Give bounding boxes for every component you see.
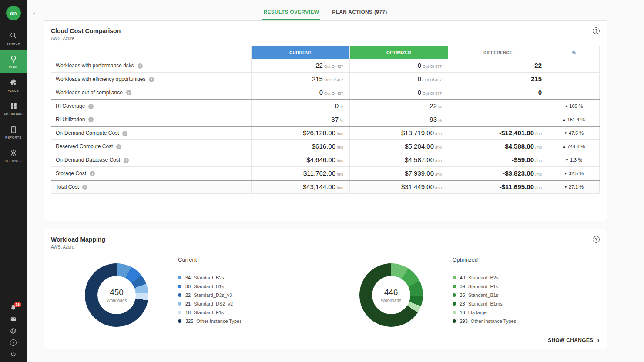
- info-icon[interactable]: i: [88, 104, 94, 109]
- cost-table-body: Workloads with performance risksi22Out O…: [51, 59, 600, 194]
- row-label-cell: Workloads with performance risksi: [51, 59, 252, 73]
- sidebar-item-place[interactable]: PLACE: [0, 73, 27, 97]
- donut-center-value: 450: [110, 288, 124, 297]
- legend-item: 16t3a.large: [453, 310, 517, 315]
- legend-count: 21: [185, 301, 191, 306]
- sidebar-item-dashboard[interactable]: DASHBOARD: [0, 97, 27, 120]
- card-header: Cloud Cost Comparison AWS, Azure ?: [44, 21, 607, 43]
- percent-cell: ▲744.8 %: [548, 140, 600, 153]
- trend-up-icon: ▲: [563, 145, 566, 149]
- current-unit: /mo: [337, 159, 343, 163]
- difference-value: 215: [531, 75, 542, 83]
- help-button[interactable]: ?: [10, 339, 17, 346]
- difference-value: 0: [538, 89, 542, 96]
- row-label: Reserved Compute Cost: [56, 143, 113, 149]
- app-logo[interactable]: on: [6, 6, 21, 20]
- column-header-optimized[interactable]: OPTIMIZED: [350, 46, 448, 59]
- difference-unit: /mo: [535, 159, 542, 163]
- sidebar-item-search[interactable]: SEARCH: [0, 27, 27, 50]
- percent-cell: ▼27.1 %: [548, 180, 600, 194]
- info-icon[interactable]: i: [126, 90, 131, 95]
- legend-item: 39Standard_F1s: [453, 284, 517, 289]
- legend-color-dot: [178, 302, 181, 306]
- workload-charts: 450 Workloads Current 34Standard_B2s30St…: [44, 252, 607, 331]
- tab-plan-actions[interactable]: PLAN ACTIONS (977): [331, 7, 388, 20]
- legend-item: 35Standard_B1s: [453, 292, 517, 298]
- legend-count: 18: [185, 310, 191, 315]
- donut-center-label: Workloads: [106, 298, 127, 303]
- optimized-value-cell: 0Out Of 457: [350, 86, 448, 100]
- legend-count: 34: [185, 275, 191, 280]
- legend-item: 23Standard_B1ms: [453, 301, 517, 306]
- sidebar-item-label: PLACE: [8, 89, 19, 92]
- optimized-unit: /mo: [435, 186, 442, 190]
- legend-label: Other Instance Types: [196, 319, 242, 324]
- percent-cell: -: [548, 59, 600, 73]
- info-icon[interactable]: i: [149, 77, 154, 82]
- current-value: 37: [331, 116, 339, 123]
- info-icon[interactable]: i: [88, 117, 94, 122]
- sidebar-item-settings[interactable]: SETTINGS: [0, 144, 27, 167]
- logout-button[interactable]: [10, 351, 17, 358]
- show-changes-button[interactable]: SHOW CHANGES ›: [548, 337, 600, 344]
- sidebar-item-plan[interactable]: PLAN: [0, 50, 27, 73]
- percent-cell: ▼32.5 %: [548, 167, 600, 180]
- row-label: On-Demand Compute Cost: [56, 130, 119, 136]
- percent-value: 1.3 %: [570, 157, 582, 163]
- trend-down-icon: ▼: [564, 185, 567, 189]
- globe-button[interactable]: [10, 328, 17, 334]
- current-value-cell: 22Out Of 457: [252, 59, 350, 73]
- info-icon[interactable]: i: [124, 158, 129, 163]
- tab-bar: RESULTS OVERVIEW PLAN ACTIONS (977): [44, 0, 607, 20]
- optimized-value: $13,719.00: [401, 129, 434, 136]
- row-label: Workloads with efficiency opportunities: [56, 76, 145, 82]
- info-icon[interactable]: i: [90, 171, 95, 176]
- help-icon[interactable]: ?: [593, 27, 600, 34]
- row-label-cell: On-Demand Database Costi: [51, 153, 252, 167]
- difference-unit: /mo: [535, 132, 542, 136]
- info-icon[interactable]: i: [116, 144, 121, 149]
- legend-label: Standard_B1ms: [468, 301, 503, 306]
- sidebar-expand-chevron[interactable]: ›: [33, 10, 35, 17]
- row-label: RI Coverage: [56, 103, 85, 109]
- difference-value-cell: [448, 100, 548, 113]
- current-value-cell: 0Out Of 457: [252, 86, 350, 100]
- help-icon[interactable]: ?: [593, 236, 600, 243]
- legend-item: 22Standard_D2s_v3: [178, 292, 242, 298]
- difference-value: 22: [534, 62, 542, 69]
- optimized-unit: Out Of 457: [423, 78, 442, 82]
- cost-table-row: Total Costi$43,144.00/mo$31,449.00/mo-$1…: [51, 180, 600, 194]
- difference-unit: /mo: [535, 186, 542, 190]
- column-header-current[interactable]: CURRENT: [252, 46, 350, 59]
- donut-chart-current[interactable]: 450 Workloads: [85, 263, 148, 327]
- donut-chart-optimized[interactable]: 446 Workloads: [359, 263, 423, 327]
- clipboard-icon: [10, 126, 17, 134]
- legend-label: Standard_DS2_v2: [194, 301, 233, 306]
- messages-button[interactable]: [10, 316, 17, 322]
- optimized-value-cell: 93%: [350, 113, 448, 126]
- info-icon[interactable]: i: [82, 185, 87, 190]
- legend-count: 40: [460, 275, 465, 280]
- cost-table-row: RI Coveragei0%22%▲100 %: [51, 100, 600, 113]
- cost-table-header-row: CURRENT OPTIMIZED DIFFERENCE %: [51, 46, 600, 59]
- legend-count: 30: [185, 284, 191, 289]
- legend-item: 40Standard_B2s: [453, 275, 517, 280]
- percent-value: -: [573, 90, 575, 95]
- percent-value: 27.1 %: [569, 184, 584, 189]
- info-icon[interactable]: i: [138, 63, 143, 69]
- optimized-value: $7,939.00: [405, 169, 434, 177]
- difference-value-cell: -$3,823.00/mo: [448, 167, 548, 180]
- notifications-button[interactable]: 56: [10, 304, 17, 311]
- optimized-value: $4,587.00: [405, 156, 434, 163]
- tab-results-overview[interactable]: RESULTS OVERVIEW: [262, 7, 320, 20]
- legend-color-dot: [453, 302, 456, 306]
- chevron-right-icon: ›: [597, 337, 600, 344]
- info-icon[interactable]: i: [122, 131, 127, 136]
- legend-color-dot: [453, 276, 456, 279]
- sidebar-item-reports[interactable]: REPORTS: [0, 120, 27, 144]
- legend-label: Standard_B1s: [468, 292, 499, 298]
- sidebar-item-label: DASHBOARD: [3, 113, 24, 116]
- optimized-value: 93: [429, 116, 437, 123]
- percent-cell: ▲151.4 %: [548, 113, 600, 126]
- legend-count: 23: [460, 301, 465, 306]
